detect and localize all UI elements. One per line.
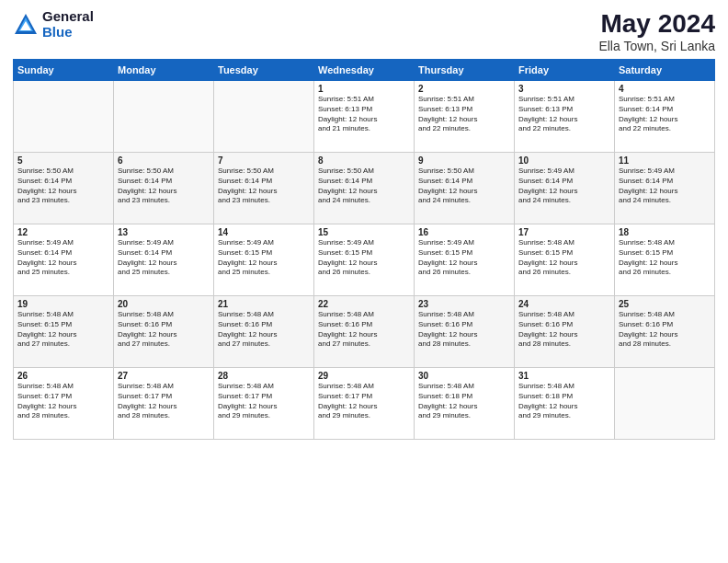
logo-general: General: [42, 9, 94, 25]
day-info: Sunrise: 5:49 AM Sunset: 6:15 PM Dayligh…: [218, 238, 310, 278]
day-info: Sunrise: 5:48 AM Sunset: 6:17 PM Dayligh…: [118, 382, 210, 421]
week-row-3: 19Sunrise: 5:48 AM Sunset: 6:15 PM Dayli…: [14, 296, 715, 368]
header-saturday: Saturday: [615, 60, 715, 81]
calendar-table: SundayMondayTuesdayWednesdayThursdayFrid…: [13, 59, 715, 440]
day-number: 14: [218, 227, 310, 237]
logo-text: General Blue: [42, 9, 94, 40]
day-info: Sunrise: 5:50 AM Sunset: 6:14 PM Dayligh…: [318, 167, 410, 206]
day-info: Sunrise: 5:48 AM Sunset: 6:15 PM Dayligh…: [619, 238, 711, 278]
cal-cell: 3Sunrise: 5:51 AM Sunset: 6:13 PM Daylig…: [515, 81, 615, 153]
day-number: 28: [218, 371, 310, 381]
cal-cell: 31Sunrise: 5:48 AM Sunset: 6:18 PM Dayli…: [515, 368, 615, 440]
header-monday: Monday: [114, 60, 214, 81]
day-info: Sunrise: 5:51 AM Sunset: 6:13 PM Dayligh…: [318, 95, 410, 134]
day-number: 13: [118, 227, 210, 237]
cal-cell: 5Sunrise: 5:50 AM Sunset: 6:14 PM Daylig…: [14, 153, 114, 224]
main-title: May 2024: [598, 9, 715, 39]
cal-cell: 13Sunrise: 5:49 AM Sunset: 6:14 PM Dayli…: [114, 224, 214, 296]
day-number: 26: [17, 371, 109, 381]
header-tuesday: Tuesday: [214, 60, 314, 81]
day-number: 4: [619, 84, 711, 94]
cal-cell: 9Sunrise: 5:50 AM Sunset: 6:14 PM Daylig…: [415, 153, 515, 224]
cal-cell: 12Sunrise: 5:49 AM Sunset: 6:14 PM Dayli…: [14, 224, 114, 296]
day-number: 24: [518, 299, 610, 309]
cal-cell: 27Sunrise: 5:48 AM Sunset: 6:17 PM Dayli…: [114, 368, 214, 440]
cal-cell: 14Sunrise: 5:49 AM Sunset: 6:15 PM Dayli…: [214, 224, 314, 296]
cal-cell: 25Sunrise: 5:48 AM Sunset: 6:16 PM Dayli…: [615, 296, 715, 368]
week-row-2: 12Sunrise: 5:49 AM Sunset: 6:14 PM Dayli…: [14, 224, 715, 296]
header: General Blue May 2024 Ella Town, Sri Lan…: [13, 9, 715, 53]
day-info: Sunrise: 5:48 AM Sunset: 6:17 PM Dayligh…: [17, 382, 109, 421]
logo: General Blue: [13, 9, 94, 40]
day-info: Sunrise: 5:49 AM Sunset: 6:14 PM Dayligh…: [619, 167, 711, 206]
day-number: 16: [418, 227, 510, 237]
day-number: 17: [518, 227, 610, 237]
day-info: Sunrise: 5:49 AM Sunset: 6:15 PM Dayligh…: [318, 238, 410, 278]
day-number: 30: [418, 371, 510, 381]
day-number: 31: [518, 371, 610, 381]
day-number: 2: [418, 84, 510, 94]
day-info: Sunrise: 5:50 AM Sunset: 6:14 PM Dayligh…: [17, 167, 109, 206]
day-info: Sunrise: 5:48 AM Sunset: 6:17 PM Dayligh…: [218, 382, 310, 421]
day-info: Sunrise: 5:48 AM Sunset: 6:18 PM Dayligh…: [518, 382, 610, 421]
day-number: 18: [619, 227, 711, 237]
day-info: Sunrise: 5:48 AM Sunset: 6:15 PM Dayligh…: [17, 310, 109, 350]
day-number: 5: [17, 155, 109, 166]
day-info: Sunrise: 5:48 AM Sunset: 6:16 PM Dayligh…: [118, 310, 210, 350]
day-info: Sunrise: 5:48 AM Sunset: 6:15 PM Dayligh…: [518, 238, 610, 278]
cal-cell: 18Sunrise: 5:48 AM Sunset: 6:15 PM Dayli…: [615, 224, 715, 296]
day-info: Sunrise: 5:50 AM Sunset: 6:14 PM Dayligh…: [418, 167, 510, 206]
day-number: 20: [118, 299, 210, 309]
cal-cell: 11Sunrise: 5:49 AM Sunset: 6:14 PM Dayli…: [615, 153, 715, 224]
cal-cell: 26Sunrise: 5:48 AM Sunset: 6:17 PM Dayli…: [14, 368, 114, 440]
day-number: 15: [318, 227, 410, 237]
day-info: Sunrise: 5:48 AM Sunset: 6:16 PM Dayligh…: [619, 310, 711, 350]
header-friday: Friday: [515, 60, 615, 81]
day-info: Sunrise: 5:48 AM Sunset: 6:16 PM Dayligh…: [418, 310, 510, 350]
page: General Blue May 2024 Ella Town, Sri Lan…: [0, 0, 728, 563]
header-wednesday: Wednesday: [314, 60, 415, 81]
cal-cell: [114, 81, 214, 153]
day-info: Sunrise: 5:48 AM Sunset: 6:16 PM Dayligh…: [318, 310, 410, 350]
day-info: Sunrise: 5:49 AM Sunset: 6:14 PM Dayligh…: [17, 238, 109, 278]
day-info: Sunrise: 5:48 AM Sunset: 6:18 PM Dayligh…: [418, 382, 510, 421]
day-info: Sunrise: 5:51 AM Sunset: 6:14 PM Dayligh…: [619, 95, 711, 134]
day-info: Sunrise: 5:49 AM Sunset: 6:14 PM Dayligh…: [118, 238, 210, 278]
day-number: 29: [318, 371, 410, 381]
cal-cell: 16Sunrise: 5:49 AM Sunset: 6:15 PM Dayli…: [415, 224, 515, 296]
cal-cell: 20Sunrise: 5:48 AM Sunset: 6:16 PM Dayli…: [114, 296, 214, 368]
day-info: Sunrise: 5:50 AM Sunset: 6:14 PM Dayligh…: [218, 167, 310, 206]
week-row-0: 1Sunrise: 5:51 AM Sunset: 6:13 PM Daylig…: [14, 81, 715, 153]
cal-cell: 4Sunrise: 5:51 AM Sunset: 6:14 PM Daylig…: [615, 81, 715, 153]
day-number: 7: [218, 155, 310, 166]
day-number: 11: [619, 155, 711, 166]
day-info: Sunrise: 5:48 AM Sunset: 6:16 PM Dayligh…: [518, 310, 610, 350]
cal-cell: 29Sunrise: 5:48 AM Sunset: 6:17 PM Dayli…: [314, 368, 415, 440]
day-number: 22: [318, 299, 410, 309]
day-number: 12: [17, 227, 109, 237]
subtitle: Ella Town, Sri Lanka: [598, 39, 715, 53]
cal-cell: [214, 81, 314, 153]
cal-cell: 6Sunrise: 5:50 AM Sunset: 6:14 PM Daylig…: [114, 153, 214, 224]
cal-cell: [14, 81, 114, 153]
day-number: 3: [518, 84, 610, 94]
cal-cell: 1Sunrise: 5:51 AM Sunset: 6:13 PM Daylig…: [314, 81, 415, 153]
day-number: 27: [118, 371, 210, 381]
cal-cell: 30Sunrise: 5:48 AM Sunset: 6:18 PM Dayli…: [415, 368, 515, 440]
logo-icon: [13, 12, 39, 38]
week-row-1: 5Sunrise: 5:50 AM Sunset: 6:14 PM Daylig…: [14, 153, 715, 224]
day-info: Sunrise: 5:49 AM Sunset: 6:15 PM Dayligh…: [418, 238, 510, 278]
cal-cell: 23Sunrise: 5:48 AM Sunset: 6:16 PM Dayli…: [415, 296, 515, 368]
cal-cell: 21Sunrise: 5:48 AM Sunset: 6:16 PM Dayli…: [214, 296, 314, 368]
header-thursday: Thursday: [415, 60, 515, 81]
day-info: Sunrise: 5:48 AM Sunset: 6:16 PM Dayligh…: [218, 310, 310, 350]
cal-cell: 24Sunrise: 5:48 AM Sunset: 6:16 PM Dayli…: [515, 296, 615, 368]
day-number: 10: [518, 155, 610, 166]
day-number: 25: [619, 299, 711, 309]
cal-cell: 2Sunrise: 5:51 AM Sunset: 6:13 PM Daylig…: [415, 81, 515, 153]
day-info: Sunrise: 5:48 AM Sunset: 6:17 PM Dayligh…: [318, 382, 410, 421]
day-info: Sunrise: 5:51 AM Sunset: 6:13 PM Dayligh…: [418, 95, 510, 134]
day-info: Sunrise: 5:50 AM Sunset: 6:14 PM Dayligh…: [118, 167, 210, 206]
header-sunday: Sunday: [14, 60, 114, 81]
cal-cell: 7Sunrise: 5:50 AM Sunset: 6:14 PM Daylig…: [214, 153, 314, 224]
